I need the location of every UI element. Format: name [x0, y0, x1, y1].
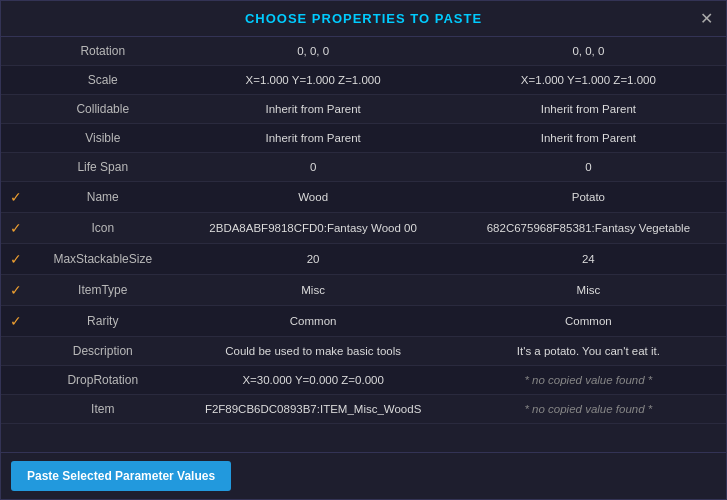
table-row: Life Span00: [1, 153, 726, 182]
checkbox-cell[interactable]: [1, 366, 30, 395]
source-value: Inherit from Parent: [175, 95, 450, 124]
checkmark-icon: ✓: [10, 220, 22, 236]
checkbox-cell[interactable]: ✓: [1, 182, 30, 213]
checkbox-cell[interactable]: [1, 95, 30, 124]
table-row: DropRotationX=30.000 Y=0.000 Z=0.000* no…: [1, 366, 726, 395]
property-name: Collidable: [30, 95, 175, 124]
source-value: X=30.000 Y=0.000 Z=0.000: [175, 366, 450, 395]
target-value: X=1.000 Y=1.000 Z=1.000: [451, 66, 726, 95]
checkbox-cell[interactable]: [1, 395, 30, 424]
table-row: ItemF2F89CB6DC0893B7:ITEM_Misc_WoodS* no…: [1, 395, 726, 424]
target-value: 0, 0, 0: [451, 37, 726, 66]
properties-table: Rotation0, 0, 00, 0, 0ScaleX=1.000 Y=1.0…: [1, 37, 726, 424]
target-value: 0: [451, 153, 726, 182]
target-value: It's a potato. You can't eat it.: [451, 337, 726, 366]
target-value: Potato: [451, 182, 726, 213]
checkbox-cell[interactable]: ✓: [1, 213, 30, 244]
checkbox-cell[interactable]: ✓: [1, 244, 30, 275]
source-value: Inherit from Parent: [175, 124, 450, 153]
property-name: DropRotation: [30, 366, 175, 395]
checkmark-icon: ✓: [10, 282, 22, 298]
table-row: ✓Icon2BDA8ABF9818CFD0:Fantasy Wood 00682…: [1, 213, 726, 244]
paste-button[interactable]: Paste Selected Parameter Values: [11, 461, 231, 491]
checkmark-icon: ✓: [10, 251, 22, 267]
checkmark-icon: ✓: [10, 189, 22, 205]
checkbox-cell[interactable]: [1, 66, 30, 95]
table-row: DescriptionCould be used to make basic t…: [1, 337, 726, 366]
checkbox-cell[interactable]: ✓: [1, 306, 30, 337]
source-value: 2BDA8ABF9818CFD0:Fantasy Wood 00: [175, 213, 450, 244]
property-name: Rarity: [30, 306, 175, 337]
table-row: ✓NameWoodPotato: [1, 182, 726, 213]
target-value: * no copied value found *: [451, 366, 726, 395]
source-value: Could be used to make basic tools: [175, 337, 450, 366]
property-name: ItemType: [30, 275, 175, 306]
target-value: Inherit from Parent: [451, 95, 726, 124]
table-row: ✓MaxStackableSize2024: [1, 244, 726, 275]
target-value: Misc: [451, 275, 726, 306]
source-value: F2F89CB6DC0893B7:ITEM_Misc_WoodS: [175, 395, 450, 424]
checkbox-cell[interactable]: ✓: [1, 275, 30, 306]
property-name: MaxStackableSize: [30, 244, 175, 275]
property-name: Visible: [30, 124, 175, 153]
table-row: CollidableInherit from ParentInherit fro…: [1, 95, 726, 124]
target-value: 24: [451, 244, 726, 275]
source-value: X=1.000 Y=1.000 Z=1.000: [175, 66, 450, 95]
target-value: 682C675968F85381:Fantasy Vegetable: [451, 213, 726, 244]
property-name: Name: [30, 182, 175, 213]
table-row: ✓ItemTypeMiscMisc: [1, 275, 726, 306]
checkbox-cell[interactable]: [1, 337, 30, 366]
title-bar: CHOOSE PROPERTIES TO PASTE ✕: [1, 1, 726, 37]
table-row: ✓RarityCommonCommon: [1, 306, 726, 337]
table-row: Rotation0, 0, 00, 0, 0: [1, 37, 726, 66]
property-name: Scale: [30, 66, 175, 95]
target-value: * no copied value found *: [451, 395, 726, 424]
table-row: VisibleInherit from ParentInherit from P…: [1, 124, 726, 153]
table-container: Rotation0, 0, 00, 0, 0ScaleX=1.000 Y=1.0…: [1, 37, 726, 452]
source-value: Misc: [175, 275, 450, 306]
source-value: 0, 0, 0: [175, 37, 450, 66]
footer: Paste Selected Parameter Values: [1, 452, 726, 499]
property-name: Icon: [30, 213, 175, 244]
checkbox-cell[interactable]: [1, 124, 30, 153]
table-row: ScaleX=1.000 Y=1.000 Z=1.000X=1.000 Y=1.…: [1, 66, 726, 95]
checkmark-icon: ✓: [10, 313, 22, 329]
property-name: Description: [30, 337, 175, 366]
close-button[interactable]: ✕: [696, 9, 716, 29]
checkbox-cell[interactable]: [1, 37, 30, 66]
window: CHOOSE PROPERTIES TO PASTE ✕ Rotation0, …: [0, 0, 727, 500]
window-title: CHOOSE PROPERTIES TO PASTE: [245, 11, 482, 26]
source-value: Wood: [175, 182, 450, 213]
source-value: Common: [175, 306, 450, 337]
property-name: Rotation: [30, 37, 175, 66]
property-name: Item: [30, 395, 175, 424]
source-value: 0: [175, 153, 450, 182]
checkbox-cell[interactable]: [1, 153, 30, 182]
source-value: 20: [175, 244, 450, 275]
target-value: Inherit from Parent: [451, 124, 726, 153]
target-value: Common: [451, 306, 726, 337]
property-name: Life Span: [30, 153, 175, 182]
